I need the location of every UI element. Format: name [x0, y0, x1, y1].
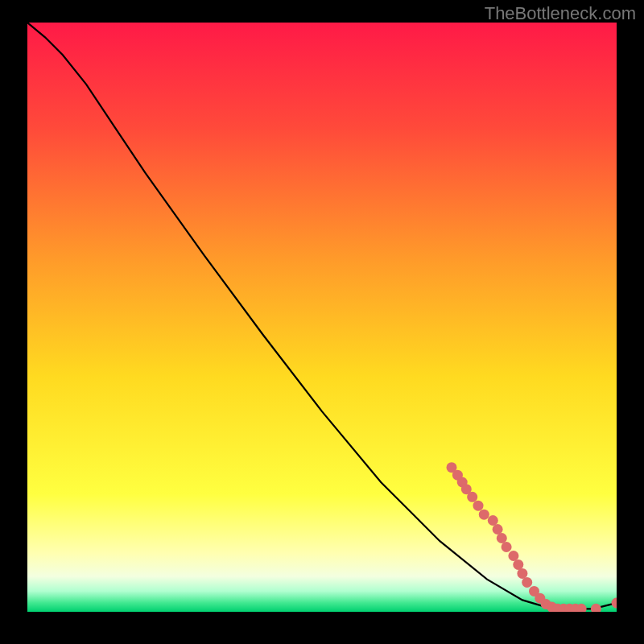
- data-marker: [467, 492, 477, 502]
- data-marker: [473, 501, 484, 511]
- right-border: [617, 0, 644, 644]
- left-border: [0, 0, 27, 644]
- chart-svg: [27, 23, 617, 612]
- data-marker: [479, 510, 489, 520]
- data-marker: [502, 542, 512, 552]
- data-marker: [488, 515, 498, 526]
- watermark-text: TheBottleneck.com: [485, 3, 636, 24]
- data-marker: [497, 533, 507, 543]
- chart-plot-area: [27, 23, 617, 612]
- chart-container: { "watermark": "TheBottleneck.com", "cha…: [0, 0, 644, 644]
- bottom-border: [0, 612, 644, 644]
- chart-background: [27, 23, 617, 612]
- data-marker: [517, 568, 527, 579]
- data-marker: [522, 577, 532, 588]
